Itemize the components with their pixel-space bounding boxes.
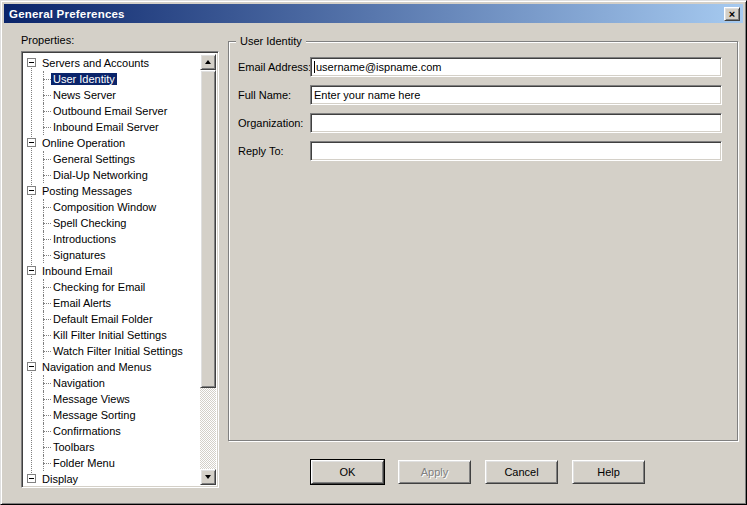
tree-item-label: Email Alerts [51, 297, 113, 309]
tree-connector-horizontal [43, 111, 51, 112]
tree-item-label: Default Email Folder [51, 313, 155, 325]
reply-to-input[interactable] [310, 141, 722, 161]
tree-item-label: Confirmations [51, 425, 123, 437]
properties-tree: Servers and Accounts User Identity News … [21, 51, 219, 488]
tree-connector-horizontal [43, 223, 51, 224]
tree-connector-horizontal [43, 399, 51, 400]
apply-button[interactable]: Apply [398, 460, 471, 484]
tree-item[interactable]: Confirmations [24, 423, 200, 439]
tree-item[interactable]: Kill Filter Initial Settings [24, 327, 200, 343]
titlebar: General Preferences × [4, 4, 743, 23]
tree-item[interactable]: Toolbars [24, 439, 200, 455]
tree-collapse-icon[interactable] [27, 474, 36, 483]
tree-item[interactable]: Folder Menu [24, 455, 200, 471]
tree-item[interactable]: Signatures [24, 247, 200, 263]
tree-item[interactable]: Composition Window [24, 199, 200, 215]
text-caret [314, 61, 315, 73]
scrollbar-track[interactable] [200, 388, 216, 469]
tree-item-label: Spell Checking [51, 217, 128, 229]
tree-item-label: Inbound Email [40, 265, 114, 277]
reply-to-row: Reply To: [229, 141, 737, 161]
tree-item-label: Folder Menu [51, 457, 117, 469]
scroll-down-button[interactable] [200, 469, 216, 485]
email-address-label: Email Address: [238, 61, 311, 73]
email-address-input[interactable]: username@ispname.com [310, 57, 722, 77]
tree-item-label: User Identity [51, 73, 117, 85]
tree-connector-horizontal [43, 319, 51, 320]
full-name-input[interactable]: Enter your name here [310, 85, 722, 105]
tree-item[interactable]: Servers and Accounts [24, 55, 200, 71]
organization-input[interactable] [310, 113, 722, 133]
tree-item[interactable]: Dial-Up Networking [24, 167, 200, 183]
tree-connector-horizontal [43, 303, 51, 304]
tree-item-label: Toolbars [51, 441, 97, 453]
tree-item-label: Message Views [51, 393, 132, 405]
tree-item-label: Watch Filter Initial Settings [51, 345, 185, 357]
groupbox-title: User Identity [236, 35, 306, 47]
tree-item-label: Navigation [51, 377, 107, 389]
tree-item-label: Posting Messages [40, 185, 134, 197]
tree-collapse-icon[interactable] [27, 362, 36, 371]
tree-item[interactable]: Message Sorting [24, 407, 200, 423]
close-icon: × [729, 9, 735, 19]
tree-item[interactable]: General Settings [24, 151, 200, 167]
tree-item[interactable]: Outbound Email Server [24, 103, 200, 119]
tree-item-label: Message Sorting [51, 409, 138, 421]
tree-connector-horizontal [43, 255, 51, 256]
organization-label: Organization: [238, 117, 303, 129]
tree-item[interactable]: Email Alerts [24, 295, 200, 311]
tree-connector-horizontal [43, 351, 51, 352]
tree-collapse-icon[interactable] [27, 58, 36, 67]
tree-connector-horizontal [43, 463, 51, 464]
tree-item[interactable]: Inbound Email [24, 263, 200, 279]
tree-connector-horizontal [43, 239, 51, 240]
organization-row: Organization: [229, 113, 737, 133]
tree-item-label: Servers and Accounts [40, 57, 151, 69]
tree-item[interactable]: Checking for Email [24, 279, 200, 295]
ok-button[interactable]: OK [311, 460, 384, 484]
full-name-label: Full Name: [238, 89, 291, 101]
window-title: General Preferences [9, 8, 125, 20]
tree-item-label: Kill Filter Initial Settings [51, 329, 169, 341]
tree-item[interactable]: Default Email Folder [24, 311, 200, 327]
tree-item[interactable]: Online Operation [24, 135, 200, 151]
full-name-value: Enter your name here [314, 89, 420, 101]
tree-item-label: Dial-Up Networking [51, 169, 150, 181]
tree-connector-horizontal [43, 175, 51, 176]
tree-item-label: Introductions [51, 233, 118, 245]
tree-collapse-icon[interactable] [27, 266, 36, 275]
tree-item[interactable]: Watch Filter Initial Settings [24, 343, 200, 359]
tree-item[interactable]: Display [24, 471, 200, 485]
tree-item[interactable]: Posting Messages [24, 183, 200, 199]
tree-connector-horizontal [43, 287, 51, 288]
tree-item[interactable]: News Server [24, 87, 200, 103]
tree-item[interactable]: Navigation and Menus [24, 359, 200, 375]
close-button[interactable]: × [724, 7, 740, 21]
tree-collapse-icon[interactable] [27, 186, 36, 195]
tree-item-label: General Settings [51, 153, 137, 165]
help-button[interactable]: Help [572, 460, 645, 484]
tree-item[interactable]: Spell Checking [24, 215, 200, 231]
tree-collapse-icon[interactable] [27, 138, 36, 147]
tree-connector-horizontal [43, 335, 51, 336]
tree-item[interactable]: Inbound Email Server [24, 119, 200, 135]
properties-tree-rows: Servers and Accounts User Identity News … [24, 54, 200, 485]
scrollbar-thumb[interactable] [200, 70, 216, 388]
tree-item[interactable]: Message Views [24, 391, 200, 407]
cancel-button[interactable]: Cancel [485, 460, 558, 484]
reply-to-label: Reply To: [238, 145, 284, 157]
tree-item-label: News Server [51, 89, 118, 101]
tree-scrollbar[interactable] [200, 54, 216, 485]
tree-connector-horizontal [43, 447, 51, 448]
tree-item[interactable]: Introductions [24, 231, 200, 247]
tree-item-label: Inbound Email Server [51, 121, 161, 133]
tree-item[interactable]: Navigation [24, 375, 200, 391]
scroll-up-button[interactable] [200, 54, 216, 70]
tree-connector-horizontal [43, 95, 51, 96]
tree-connector-horizontal [43, 159, 51, 160]
tree-item-label: Outbound Email Server [51, 105, 169, 117]
tree-item-label: Navigation and Menus [40, 361, 153, 373]
tree-connector-horizontal [43, 207, 51, 208]
email-address-value: username@ispname.com [316, 61, 442, 73]
tree-item[interactable]: User Identity [24, 71, 200, 87]
